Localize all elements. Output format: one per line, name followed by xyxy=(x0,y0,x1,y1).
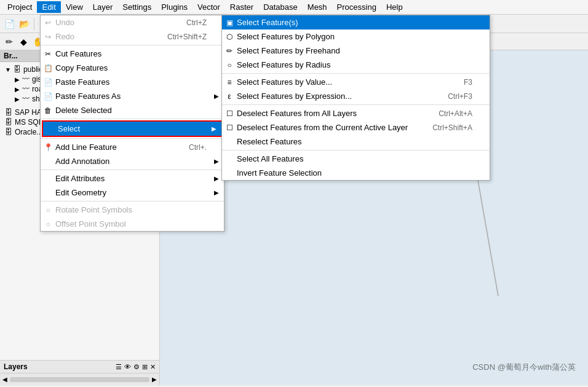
menu-item-select-radius[interactable]: ○ Select Features by Radius xyxy=(222,58,490,72)
sep-s1 xyxy=(222,73,490,74)
deselect-current-shortcut: Ctrl+Shift+A xyxy=(408,123,472,132)
menu-item-paste[interactable]: 📄 Paste Features xyxy=(41,75,224,89)
menu-item-select-value[interactable]: ≡ Select Features by Value... F3 xyxy=(222,75,490,89)
deselect-current-icon: ☐ xyxy=(224,123,234,133)
menu-item-cut[interactable]: ✂ Cut Features xyxy=(41,47,224,61)
select-value-icon: ≡ xyxy=(224,77,234,87)
menu-project[interactable]: Project xyxy=(2,1,37,13)
layers-icon-4[interactable]: ⊞ xyxy=(142,363,148,371)
select-polygon-icon: ⬡ xyxy=(224,32,234,42)
sep-d xyxy=(41,170,224,170)
scroll-left[interactable]: ◀ xyxy=(2,376,7,383)
sep-s3 xyxy=(222,150,490,150)
select-features-icon: ▣ xyxy=(224,18,234,28)
menu-item-addline[interactable]: 📍 Add Line Feature Ctrl+. xyxy=(41,140,224,154)
select-value-shortcut: F3 xyxy=(439,78,472,87)
menu-item-select-features[interactable]: ▣ Select Feature(s) xyxy=(222,15,490,29)
addline-icon: 📍 xyxy=(43,143,53,152)
menu-vector[interactable]: Vector xyxy=(193,1,225,13)
addline-label: Add Line Feature xyxy=(55,143,117,152)
menu-item-select-expr[interactable]: ε Select Features by Expression... Ctrl+… xyxy=(222,89,490,103)
menu-item-reselect[interactable]: Reselect Features xyxy=(222,135,490,149)
menu-mesh[interactable]: Mesh xyxy=(303,1,332,13)
edit-menu-dropdown: ↩ Undo Ctrl+Z ↪ Redo Ctrl+Shift+Z ✂ Cut … xyxy=(40,15,224,232)
layers-icon-2[interactable]: 👁 xyxy=(124,363,131,371)
menu-item-offset[interactable]: ○ Offset Point Symbol xyxy=(41,217,224,231)
sep-b xyxy=(41,119,224,119)
copy-icon: 📋 xyxy=(43,63,53,73)
addline-shortcut: Ctrl+. xyxy=(164,143,207,152)
icon-mssql: 🗄 xyxy=(5,118,12,127)
menu-item-delete[interactable]: 🗑 Delete Selected xyxy=(41,103,224,117)
layers-icon-3[interactable]: ⚙ xyxy=(133,363,140,371)
edit-node-btn[interactable]: ◆ xyxy=(17,35,30,49)
editgeo-label: Edit Geometry xyxy=(55,188,106,197)
icon-oracle: 🗄 xyxy=(5,128,12,136)
deselect-all-label: Deselect Features from All Layers xyxy=(237,109,357,118)
menu-item-copy[interactable]: 📋 Copy Features xyxy=(41,61,224,75)
cut-icon: ✂ xyxy=(43,49,53,59)
digitize-btn[interactable]: ✏ xyxy=(2,35,16,49)
open-btn[interactable]: 📂 xyxy=(17,17,31,31)
cut-label: Cut Features xyxy=(55,49,101,58)
select-submenu: ▣ Select Feature(s) ⬡ Select Features by… xyxy=(221,15,490,181)
select-polygon-label: Select Features by Polygon xyxy=(237,32,335,41)
new-project-btn[interactable]: 📄 xyxy=(2,17,16,31)
menu-settings[interactable]: Settings xyxy=(117,1,156,13)
offset-label: Offset Point Symbol xyxy=(55,219,126,229)
menu-item-annotation[interactable]: Add Annotation xyxy=(41,154,224,168)
select-expr-shortcut: Ctrl+F3 xyxy=(423,92,472,101)
select-expr-label: Select Features by Expression... xyxy=(237,92,352,101)
delete-label: Delete Selected xyxy=(55,106,112,115)
menu-raster[interactable]: Raster xyxy=(225,1,258,13)
undo-shortcut: Ctrl+Z xyxy=(162,18,207,27)
icon-saphana: 🗄 xyxy=(5,108,12,117)
menu-item-select-all[interactable]: Select All Features xyxy=(222,152,490,166)
menu-item-deselect-current[interactable]: ☐ Deselect Features from the Current Act… xyxy=(222,120,490,135)
menu-layer[interactable]: Layer xyxy=(88,1,118,13)
rotate-label: Rotate Point Symbols xyxy=(55,205,132,214)
paste-as-label: Paste Features As xyxy=(55,92,121,101)
label-oracle: Oracle... xyxy=(15,128,42,136)
layers-title: Layers xyxy=(4,362,28,371)
layers-icon-5[interactable]: ✕ xyxy=(150,363,156,371)
sep1 xyxy=(34,18,34,30)
menu-database[interactable]: Database xyxy=(258,1,303,13)
menu-item-select[interactable]: Select xyxy=(43,122,221,136)
sep-c xyxy=(41,138,224,139)
menu-view[interactable]: View xyxy=(61,1,88,13)
watermark: CSDN @葡萄月今with蒲公英 xyxy=(472,362,576,373)
menu-item-deselect-all[interactable]: ☐ Deselect Features from All Layers Ctrl… xyxy=(222,106,490,120)
select-wrapper: Select xyxy=(42,120,223,137)
redo-shortcut: Ctrl+Shift+Z xyxy=(143,33,207,41)
menu-item-invert[interactable]: Invert Feature Selection xyxy=(222,166,490,180)
scroll-right[interactable]: ▶ xyxy=(152,376,157,383)
sep-s2 xyxy=(222,104,490,105)
menu-bar: Project Edit View Layer Settings Plugins… xyxy=(0,0,588,15)
deselect-all-icon: ☐ xyxy=(224,109,234,119)
menu-item-rotate[interactable]: ○ Rotate Point Symbols xyxy=(41,203,224,217)
select-expr-icon: ε xyxy=(224,92,234,101)
menu-item-editattr[interactable]: Edit Attributes xyxy=(41,171,224,186)
menu-edit[interactable]: Edit xyxy=(37,1,60,13)
menu-help[interactable]: Help xyxy=(381,1,408,13)
menu-item-select-freehand[interactable]: ✏ Select Features by Freehand xyxy=(222,44,490,58)
paste-label: Paste Features xyxy=(55,77,109,87)
menu-item-paste-as[interactable]: 📄 Paste Features As xyxy=(41,89,224,103)
menu-item-undo[interactable]: ↩ Undo Ctrl+Z xyxy=(41,15,224,29)
delete-icon: 🗑 xyxy=(43,106,53,115)
menu-item-select-polygon[interactable]: ⬡ Select Features by Polygon xyxy=(222,29,490,44)
menu-item-editgeo[interactable]: Edit Geometry xyxy=(41,186,224,200)
layers-icon-1[interactable]: ☰ xyxy=(116,363,122,371)
select-radius-icon: ○ xyxy=(224,60,234,70)
select-freehand-icon: ✏ xyxy=(224,46,234,56)
rotate-icon: ○ xyxy=(43,205,53,215)
menu-processing[interactable]: Processing xyxy=(332,1,381,13)
reselect-label: Reselect Features xyxy=(237,137,302,146)
arrow-gis: ▶ xyxy=(15,76,20,83)
arrow-public: ▼ xyxy=(5,66,11,73)
menu-item-redo[interactable]: ↪ Redo Ctrl+Shift+Z xyxy=(41,29,224,44)
offset-icon: ○ xyxy=(43,219,53,229)
menu-plugins[interactable]: Plugins xyxy=(156,1,193,13)
invert-label: Invert Feature Selection xyxy=(237,168,322,178)
